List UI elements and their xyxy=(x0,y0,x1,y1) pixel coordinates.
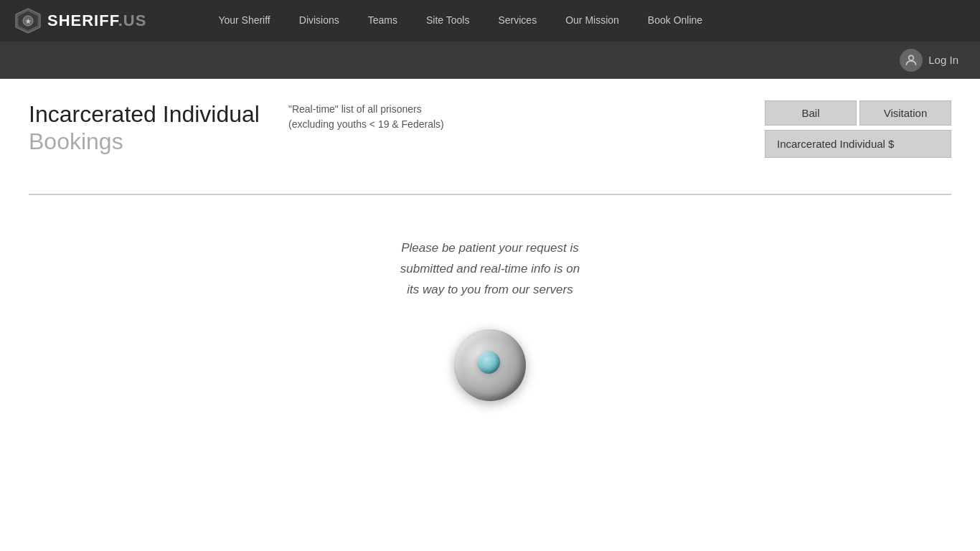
nav-our-mission[interactable]: Our Mission xyxy=(551,9,633,33)
logo-text: SHERIFF.US xyxy=(47,11,146,30)
loading-message: Please be patient your request is submit… xyxy=(397,238,583,301)
main-nav: Your Sheriff Divisions Teams Site Tools … xyxy=(204,9,717,33)
subtitle-line1: "Real-time" list of all prisoners xyxy=(288,103,422,115)
subheader: Log In xyxy=(0,42,980,79)
divider-container xyxy=(29,194,951,195)
title-bookings: Bookings xyxy=(29,128,123,154)
nav-your-sheriff[interactable]: Your Sheriff xyxy=(204,9,284,33)
nav-book-online[interactable]: Book Online xyxy=(633,9,717,33)
page-subtitle: "Real-time" list of all prisoners (exclu… xyxy=(288,102,736,132)
login-area[interactable]: Log In xyxy=(900,49,958,72)
orb-inner xyxy=(477,351,500,374)
logo-us: .US xyxy=(118,11,147,29)
logo-link[interactable]: ★ SHERIFF.US xyxy=(14,7,146,34)
main-header: ★ SHERIFF.US Your Sheriff Divisions Team… xyxy=(0,0,980,42)
incarcerated-individual-button[interactable]: Incarcerated Individual $ xyxy=(765,130,951,158)
nav-services[interactable]: Services xyxy=(484,9,551,33)
center-section: "Real-time" list of all prisoners (exclu… xyxy=(288,100,736,158)
nav-divisions[interactable]: Divisions xyxy=(285,9,354,33)
subtitle-line2: (excluding youths < 19 & Federals) xyxy=(288,118,444,130)
orb-outer xyxy=(454,329,526,401)
nav-teams[interactable]: Teams xyxy=(354,9,412,33)
visitation-tab-button[interactable]: Visitation xyxy=(859,100,951,126)
left-section: Incarcerated Individual Bookings xyxy=(29,100,260,158)
bail-tab-button[interactable]: Bail xyxy=(765,100,857,126)
user-icon xyxy=(900,49,923,72)
horizontal-divider xyxy=(29,194,951,195)
right-section: Bail Visitation Incarcerated Individual … xyxy=(765,100,951,158)
svg-point-4 xyxy=(909,55,914,60)
svg-text:★: ★ xyxy=(25,18,32,25)
logo-sheriff: SHERIFF xyxy=(47,11,118,29)
logo-badge-icon: ★ xyxy=(14,7,42,34)
title-main: Incarcerated Individual xyxy=(29,101,260,127)
login-text[interactable]: Log In xyxy=(928,54,958,66)
main-content: Incarcerated Individual Bookings "Real-t… xyxy=(0,79,980,179)
page-title: Incarcerated Individual Bookings xyxy=(29,100,260,156)
tab-buttons-row: Bail Visitation xyxy=(765,100,951,126)
nav-site-tools[interactable]: Site Tools xyxy=(412,9,484,33)
loading-spinner xyxy=(454,329,526,401)
loading-section: Please be patient your request is submit… xyxy=(0,209,980,430)
